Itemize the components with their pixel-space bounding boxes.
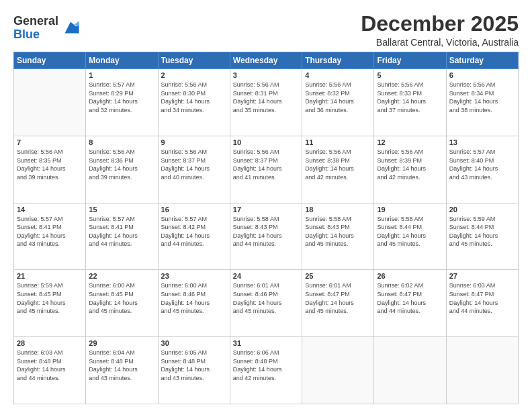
day-number: 24: [233, 272, 299, 280]
day-number: 28: [17, 339, 83, 347]
calendar-cell: 25Sunrise: 6:01 AM Sunset: 8:47 PM Dayli…: [302, 270, 374, 337]
calendar-week-row: 7Sunrise: 5:56 AM Sunset: 8:35 PM Daylig…: [14, 136, 519, 203]
day-info: Sunrise: 5:57 AM Sunset: 8:42 PM Dayligh…: [161, 215, 227, 248]
calendar-cell: 23Sunrise: 6:00 AM Sunset: 8:46 PM Dayli…: [158, 270, 230, 337]
day-number: 1: [89, 71, 154, 79]
day-info: Sunrise: 5:56 AM Sunset: 8:37 PM Dayligh…: [161, 148, 227, 181]
calendar-cell: 11Sunrise: 5:56 AM Sunset: 8:38 PM Dayli…: [302, 136, 374, 203]
day-info: Sunrise: 5:57 AM Sunset: 8:41 PM Dayligh…: [89, 215, 154, 248]
day-info: Sunrise: 5:57 AM Sunset: 8:41 PM Dayligh…: [17, 215, 83, 248]
calendar-week-row: 28Sunrise: 6:03 AM Sunset: 8:48 PM Dayli…: [14, 337, 519, 404]
day-number: 27: [449, 272, 515, 280]
day-info: Sunrise: 5:56 AM Sunset: 8:36 PM Dayligh…: [89, 148, 154, 181]
title-block: December 2025 Ballarat Central, Victoria…: [361, 12, 519, 48]
calendar-cell: 21Sunrise: 5:59 AM Sunset: 8:45 PM Dayli…: [14, 270, 86, 337]
day-number: 14: [17, 205, 83, 214]
calendar-cell: 14Sunrise: 5:57 AM Sunset: 8:41 PM Dayli…: [14, 203, 86, 270]
day-info: Sunrise: 6:00 AM Sunset: 8:46 PM Dayligh…: [161, 281, 227, 315]
weekday-header: Wednesday: [230, 52, 302, 69]
calendar-week-row: 21Sunrise: 5:59 AM Sunset: 8:45 PM Dayli…: [14, 270, 519, 337]
month-year: December 2025: [361, 12, 519, 36]
day-number: 7: [17, 138, 83, 146]
day-number: 18: [305, 205, 371, 214]
calendar-cell: 22Sunrise: 6:00 AM Sunset: 8:45 PM Dayli…: [86, 270, 158, 337]
day-info: Sunrise: 6:04 AM Sunset: 8:48 PM Dayligh…: [89, 349, 154, 382]
day-info: Sunrise: 5:58 AM Sunset: 8:43 PM Dayligh…: [233, 215, 299, 248]
day-number: 10: [233, 138, 299, 146]
day-number: 26: [377, 272, 443, 280]
logo-blue: Blue: [13, 28, 58, 42]
calendar-table: SundayMondayTuesdayWednesdayThursdayFrid…: [13, 52, 519, 404]
logo-general: General: [13, 15, 58, 28]
location: Ballarat Central, Victoria, Australia: [361, 37, 519, 48]
day-number: 31: [233, 339, 299, 347]
day-info: Sunrise: 6:01 AM Sunset: 8:47 PM Dayligh…: [305, 281, 371, 315]
day-number: 9: [161, 138, 227, 146]
calendar-cell: 13Sunrise: 5:57 AM Sunset: 8:40 PM Dayli…: [446, 136, 518, 203]
day-number: 21: [17, 272, 83, 280]
day-info: Sunrise: 5:57 AM Sunset: 8:29 PM Dayligh…: [89, 81, 154, 114]
day-info: Sunrise: 6:03 AM Sunset: 8:48 PM Dayligh…: [17, 349, 83, 382]
day-number: 23: [161, 272, 227, 280]
calendar-cell: 4Sunrise: 5:56 AM Sunset: 8:32 PM Daylig…: [302, 69, 374, 136]
weekday-header: Sunday: [14, 52, 86, 69]
page: General Blue December 2025 Ballarat Cent…: [0, 0, 532, 411]
calendar-cell: 29Sunrise: 6:04 AM Sunset: 8:48 PM Dayli…: [86, 337, 158, 404]
calendar-cell: 30Sunrise: 6:05 AM Sunset: 8:48 PM Dayli…: [158, 337, 230, 404]
day-number: 8: [89, 138, 154, 146]
day-number: 29: [89, 339, 154, 347]
day-info: Sunrise: 6:03 AM Sunset: 8:47 PM Dayligh…: [449, 281, 515, 315]
day-number: 20: [449, 205, 515, 214]
calendar-cell: 7Sunrise: 5:56 AM Sunset: 8:35 PM Daylig…: [14, 136, 86, 203]
logo: General Blue: [13, 15, 80, 42]
calendar-cell: 16Sunrise: 5:57 AM Sunset: 8:42 PM Dayli…: [158, 203, 230, 270]
day-number: 25: [305, 272, 371, 280]
calendar-cell: 9Sunrise: 5:56 AM Sunset: 8:37 PM Daylig…: [158, 136, 230, 203]
weekday-header: Tuesday: [158, 52, 230, 69]
day-info: Sunrise: 6:00 AM Sunset: 8:45 PM Dayligh…: [89, 281, 154, 315]
day-number: 4: [305, 71, 371, 79]
day-info: Sunrise: 5:56 AM Sunset: 8:32 PM Dayligh…: [305, 81, 371, 114]
calendar-cell: 26Sunrise: 6:02 AM Sunset: 8:47 PM Dayli…: [374, 270, 446, 337]
calendar-cell: [374, 337, 446, 404]
calendar-cell: 20Sunrise: 5:59 AM Sunset: 8:44 PM Dayli…: [446, 203, 518, 270]
weekday-header: Thursday: [302, 52, 374, 69]
day-info: Sunrise: 5:56 AM Sunset: 8:38 PM Dayligh…: [305, 148, 371, 181]
calendar-week-row: 14Sunrise: 5:57 AM Sunset: 8:41 PM Dayli…: [14, 203, 519, 270]
calendar-cell: 5Sunrise: 5:56 AM Sunset: 8:33 PM Daylig…: [374, 69, 446, 136]
calendar-cell: 24Sunrise: 6:01 AM Sunset: 8:46 PM Dayli…: [230, 270, 302, 337]
day-info: Sunrise: 6:01 AM Sunset: 8:46 PM Dayligh…: [233, 281, 299, 315]
calendar-cell: 12Sunrise: 5:56 AM Sunset: 8:39 PM Dayli…: [374, 136, 446, 203]
calendar-cell: 1Sunrise: 5:57 AM Sunset: 8:29 PM Daylig…: [86, 69, 158, 136]
calendar-cell: 15Sunrise: 5:57 AM Sunset: 8:41 PM Dayli…: [86, 203, 158, 270]
weekday-header: Saturday: [446, 52, 518, 69]
day-info: Sunrise: 5:57 AM Sunset: 8:40 PM Dayligh…: [449, 148, 515, 181]
day-info: Sunrise: 6:06 AM Sunset: 8:48 PM Dayligh…: [233, 349, 299, 382]
day-info: Sunrise: 6:02 AM Sunset: 8:47 PM Dayligh…: [377, 281, 443, 315]
day-info: Sunrise: 5:56 AM Sunset: 8:39 PM Dayligh…: [377, 148, 443, 181]
calendar-cell: 28Sunrise: 6:03 AM Sunset: 8:48 PM Dayli…: [14, 337, 86, 404]
day-number: 3: [233, 71, 299, 79]
day-number: 17: [233, 205, 299, 214]
calendar-cell: 19Sunrise: 5:58 AM Sunset: 8:44 PM Dayli…: [374, 203, 446, 270]
day-number: 11: [305, 138, 371, 146]
day-info: Sunrise: 5:59 AM Sunset: 8:45 PM Dayligh…: [17, 281, 83, 315]
calendar-cell: 6Sunrise: 5:56 AM Sunset: 8:34 PM Daylig…: [446, 69, 518, 136]
calendar-cell: 3Sunrise: 5:56 AM Sunset: 8:31 PM Daylig…: [230, 69, 302, 136]
day-info: Sunrise: 5:56 AM Sunset: 8:37 PM Dayligh…: [233, 148, 299, 181]
day-number: 30: [161, 339, 227, 347]
calendar-cell: [446, 337, 518, 404]
day-info: Sunrise: 5:56 AM Sunset: 8:35 PM Dayligh…: [17, 148, 83, 181]
day-info: Sunrise: 5:56 AM Sunset: 8:30 PM Dayligh…: [161, 81, 227, 114]
calendar-week-row: 1Sunrise: 5:57 AM Sunset: 8:29 PM Daylig…: [14, 69, 519, 136]
day-info: Sunrise: 5:56 AM Sunset: 8:34 PM Dayligh…: [449, 81, 515, 114]
calendar-cell: 18Sunrise: 5:58 AM Sunset: 8:43 PM Dayli…: [302, 203, 374, 270]
calendar-header-row: SundayMondayTuesdayWednesdayThursdayFrid…: [14, 52, 519, 69]
day-number: 5: [377, 71, 443, 79]
logo-icon: [61, 18, 80, 37]
day-number: 6: [449, 71, 515, 79]
day-info: Sunrise: 5:59 AM Sunset: 8:44 PM Dayligh…: [449, 215, 515, 248]
day-info: Sunrise: 5:58 AM Sunset: 8:43 PM Dayligh…: [305, 215, 371, 248]
day-info: Sunrise: 5:56 AM Sunset: 8:33 PM Dayligh…: [377, 81, 443, 114]
calendar-cell: 31Sunrise: 6:06 AM Sunset: 8:48 PM Dayli…: [230, 337, 302, 404]
